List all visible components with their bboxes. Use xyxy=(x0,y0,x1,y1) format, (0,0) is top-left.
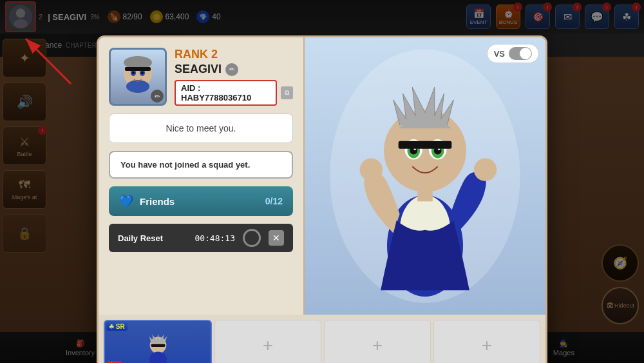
daily-reset-bar: Daily Reset 00:48:13 ✕ xyxy=(109,224,293,252)
cards-row: ☘ SR 🛡 5 ★★★★★ xyxy=(99,315,545,363)
modal-left-panel: ✏ RANK 2 SEAGIVI ✏ xyxy=(99,37,305,315)
character-art xyxy=(305,37,545,315)
profile-header: ✏ RANK 2 SEAGIVI ✏ xyxy=(109,48,293,106)
char-card-slot-4[interactable]: + xyxy=(433,320,540,363)
add-card-icon-4: + xyxy=(482,335,492,356)
rank-text: RANK 2 xyxy=(175,48,293,61)
card-char-svg xyxy=(140,333,176,364)
sr-label: SR xyxy=(116,323,125,330)
char-card-slot-2[interactable]: + xyxy=(214,320,321,363)
modal-inner: ✏ RANK 2 SEAGIVI ✏ xyxy=(99,37,545,315)
username-row: SEAGIVI ✏ xyxy=(175,63,293,76)
add-card-icon-3: + xyxy=(372,335,383,356)
squad-text: You have not joined a squad yet. xyxy=(120,160,250,170)
game-background: 2 | SEAGIVI 3% 🍖 82/90 🪙 63,400 💎 40 📅 E… xyxy=(0,0,644,363)
message-text: Nice to meet you. xyxy=(166,123,236,133)
pencil-icon: ✏ xyxy=(155,93,160,100)
profile-modal: ✏ RANK 2 SEAGIVI ✏ xyxy=(97,35,547,363)
friends-left: 💙 Friends xyxy=(119,194,175,208)
sr-badge: ☘ SR xyxy=(106,322,128,331)
copy-icon: ⧉ xyxy=(285,89,289,97)
friends-heart-icon: 💙 xyxy=(119,194,133,208)
username-edit-button[interactable]: ✏ xyxy=(225,63,238,76)
daily-timer: 00:48:13 xyxy=(194,233,235,243)
svg-rect-25 xyxy=(399,141,452,149)
squad-box: You have not joined a squad yet. xyxy=(109,151,293,179)
avatar-edit-button[interactable]: ✏ xyxy=(151,90,164,103)
edit-pencil-icon: ✏ xyxy=(229,66,234,73)
daily-reset-close[interactable]: ✕ xyxy=(269,230,284,246)
friends-label: Friends xyxy=(140,196,175,207)
character-svg xyxy=(305,41,545,311)
svg-point-31 xyxy=(149,351,167,363)
message-box: Nice to meet you. xyxy=(109,113,293,143)
profile-avatar[interactable]: ✏ xyxy=(109,48,167,106)
main-char-card[interactable]: ☘ SR 🛡 5 ★★★★★ xyxy=(104,320,212,363)
clover-small-icon: ☘ xyxy=(109,324,114,330)
svg-point-10 xyxy=(132,72,135,74)
svg-rect-7 xyxy=(125,59,151,66)
svg-rect-28 xyxy=(417,186,433,202)
aid-value: AID : HABY7788036710 xyxy=(175,80,277,106)
copy-aid-button[interactable]: ⧉ xyxy=(281,86,293,99)
svg-rect-30 xyxy=(151,344,165,347)
aid-row: AID : HABY7788036710 ⧉ xyxy=(175,80,293,106)
timer-circle xyxy=(243,229,261,247)
friends-button[interactable]: 💙 Friends 0/12 xyxy=(109,186,293,216)
daily-reset-label: Daily Reset xyxy=(118,233,187,243)
svg-point-26 xyxy=(474,158,497,181)
username-text: SEAGIVI xyxy=(175,63,222,76)
modal-right-panel: VS xyxy=(305,37,545,315)
svg-rect-12 xyxy=(125,67,151,71)
profile-info: RANK 2 SEAGIVI ✏ AID : HABY7788036710 xyxy=(175,48,293,106)
char-card-slot-3[interactable]: + xyxy=(324,320,431,363)
friends-count: 0/12 xyxy=(265,196,283,206)
add-card-icon-2: + xyxy=(263,335,273,356)
svg-point-27 xyxy=(360,158,383,181)
char-card-content: ☘ SR 🛡 5 ★★★★★ xyxy=(105,321,211,363)
modal-overlay: ✏ RANK 2 SEAGIVI ✏ xyxy=(0,0,644,363)
svg-point-11 xyxy=(141,72,144,74)
svg-point-5 xyxy=(126,80,149,93)
